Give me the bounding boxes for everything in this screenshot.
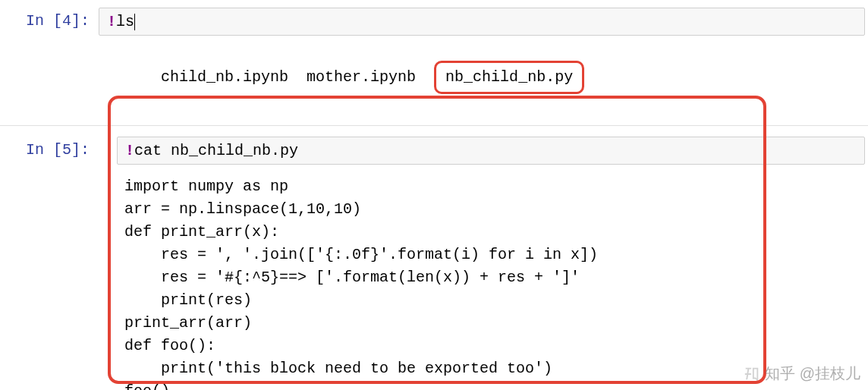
text-cursor	[134, 14, 135, 30]
file-item: mother.ipynb	[307, 68, 416, 86]
code-input[interactable]: !ls	[107, 13, 135, 30]
cell-body: !ls child_nb.ipynb mother.ipynb nb_child…	[99, 8, 868, 116]
shell-command: ls	[116, 13, 134, 30]
cell-prompt: In [5]:	[0, 137, 99, 159]
notebook-cell-4: In [4]: !ls child_nb.ipynb mother.ipynb …	[0, 0, 868, 119]
code-input[interactable]: !cat nb_child_nb.py	[125, 142, 298, 159]
output-text: child_nb.ipynb mother.ipynb nb_child_nb.…	[161, 68, 584, 86]
shell-command: cat nb_child_nb.py	[134, 142, 298, 159]
annotation-highlight-box: nb_child_nb.py	[434, 61, 584, 94]
cell-output: child_nb.ipynb mother.ipynb nb_child_nb.…	[99, 36, 868, 116]
cell-output: import numpy as np arr = np.linspace(1,1…	[117, 165, 868, 390]
cell-body: !cat nb_child_nb.py import numpy as np a…	[99, 137, 868, 390]
file-item-highlighted: nb_child_nb.py	[445, 68, 573, 86]
cell-prompt: In [4]:	[0, 8, 99, 30]
shell-bang: !	[125, 142, 134, 159]
shell-bang: !	[107, 13, 116, 30]
notebook-cell-5: In [5]: !cat nb_child_nb.py import numpy…	[0, 126, 868, 390]
code-input-area[interactable]: !cat nb_child_nb.py	[117, 137, 865, 165]
code-input-area[interactable]: !ls	[99, 8, 865, 36]
file-item: child_nb.ipynb	[161, 68, 288, 86]
